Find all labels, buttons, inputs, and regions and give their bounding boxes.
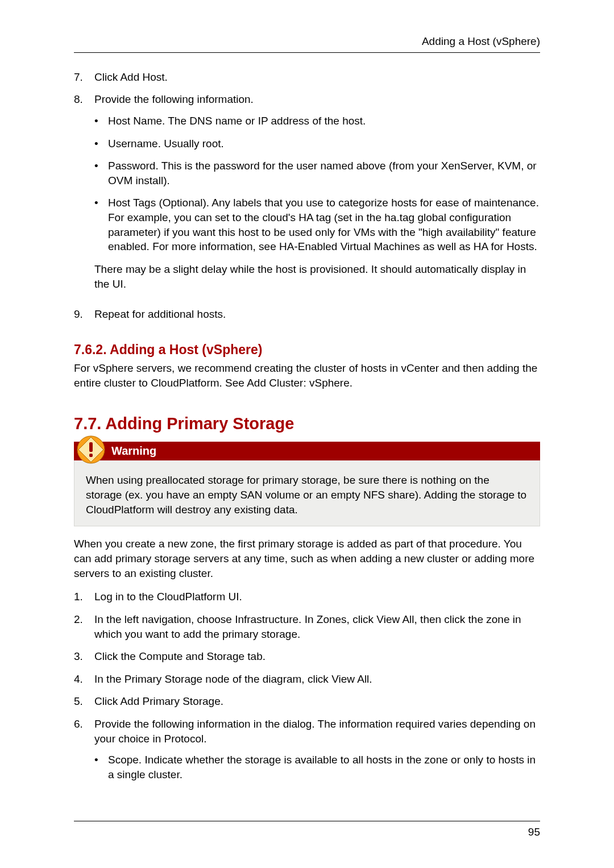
- step-marker: 7.: [74, 70, 94, 85]
- page: Adding a Host (vSphere) 7. Click Add Hos…: [0, 0, 614, 868]
- host-steps-continuation: 7. Click Add Host. 8. Provide the follow…: [74, 70, 540, 322]
- bullet-marker: •: [94, 159, 108, 188]
- step-text: Click Add Host.: [94, 70, 540, 85]
- step-text: Click Add Primary Storage.: [94, 694, 540, 709]
- heading-762: 7.6.2. Adding a Host (vSphere): [74, 341, 540, 359]
- step-text: Click the Compute and Storage tab.: [94, 649, 540, 664]
- step-text: Repeat for additional hosts.: [94, 307, 540, 322]
- step-marker: 1.: [74, 589, 94, 604]
- bullet-text: Host Tags (Optional). Any labels that yo…: [108, 196, 540, 254]
- warning-admonition: Warning When using preallocated storage …: [74, 442, 540, 526]
- ps-step-5: 5. Click Add Primary Storage.: [74, 694, 540, 709]
- step-marker: 4.: [74, 672, 94, 687]
- bullet-host-name: • Host Name. The DNS name or IP address …: [94, 114, 540, 128]
- protocol-bullets: • Scope. Indicate whether the storage is…: [94, 753, 540, 782]
- step-text: Provide the following information in the…: [94, 717, 540, 746]
- bullet-text: Username. Usually root.: [108, 136, 540, 151]
- step-7: 7. Click Add Host.: [74, 70, 540, 85]
- running-header: Adding a Host (vSphere): [74, 34, 540, 53]
- ps-step-6: 6. Provide the following information in …: [74, 717, 540, 790]
- delay-note: There may be a slight delay while the ho…: [94, 262, 540, 291]
- step-intro: Provide the following information.: [94, 92, 540, 107]
- step-9: 9. Repeat for additional hosts.: [74, 307, 540, 322]
- step-text: In the left navigation, choose Infrastru…: [94, 612, 540, 641]
- bullet-text: Password. This is the password for the u…: [108, 159, 540, 188]
- bullet-scope: • Scope. Indicate whether the storage is…: [94, 753, 540, 782]
- bullet-marker: •: [94, 136, 108, 151]
- step-marker: 2.: [74, 612, 94, 641]
- bullet-host-tags: • Host Tags (Optional). Any labels that …: [94, 196, 540, 254]
- section-77-intro: When you create a new zone, the first pr…: [74, 537, 540, 580]
- footer-rule: 95: [74, 821, 540, 840]
- step-content: Provide the following information in the…: [94, 717, 540, 790]
- step-content: Provide the following information. • Hos…: [94, 92, 540, 299]
- primary-storage-steps: 1. Log in to the CloudPlatform UI. 2. In…: [74, 589, 540, 790]
- ps-step-4: 4. In the Primary Storage node of the di…: [74, 672, 540, 687]
- step-marker: 8.: [74, 92, 94, 299]
- section-762-body: For vSphere servers, we recommend creati…: [74, 361, 540, 390]
- step-text: In the Primary Storage node of the diagr…: [94, 672, 540, 687]
- warning-header: Warning: [74, 442, 540, 460]
- step-marker: 3.: [74, 649, 94, 664]
- step-text: Log in to the CloudPlatform UI.: [94, 589, 540, 604]
- heading-77: 7.7. Adding Primary Storage: [74, 413, 540, 435]
- bullet-marker: •: [94, 114, 108, 128]
- bullet-marker: •: [94, 753, 108, 782]
- step-8: 8. Provide the following information. • …: [74, 92, 540, 299]
- bullet-username: • Username. Usually root.: [94, 136, 540, 151]
- bullet-text: Scope. Indicate whether the storage is a…: [108, 753, 540, 782]
- page-footer: 95: [74, 821, 540, 840]
- step-marker: 6.: [74, 717, 94, 790]
- step-marker: 9.: [74, 307, 94, 322]
- ps-step-3: 3. Click the Compute and Storage tab.: [74, 649, 540, 664]
- bullet-password: • Password. This is the password for the…: [94, 159, 540, 188]
- svg-rect-2: [89, 442, 93, 452]
- svg-rect-3: [89, 454, 93, 457]
- field-bullets: • Host Name. The DNS name or IP address …: [94, 114, 540, 254]
- bullet-text: Host Name. The DNS name or IP address of…: [108, 114, 540, 128]
- warning-title: Warning: [74, 442, 540, 460]
- bullet-marker: •: [94, 196, 108, 254]
- ps-step-1: 1. Log in to the CloudPlatform UI.: [74, 589, 540, 604]
- step-marker: 5.: [74, 694, 94, 709]
- page-number: 95: [74, 825, 540, 840]
- ps-step-2: 2. In the left navigation, choose Infras…: [74, 612, 540, 641]
- warning-body: When using preallocated storage for prim…: [74, 460, 540, 526]
- warning-icon: [76, 435, 106, 464]
